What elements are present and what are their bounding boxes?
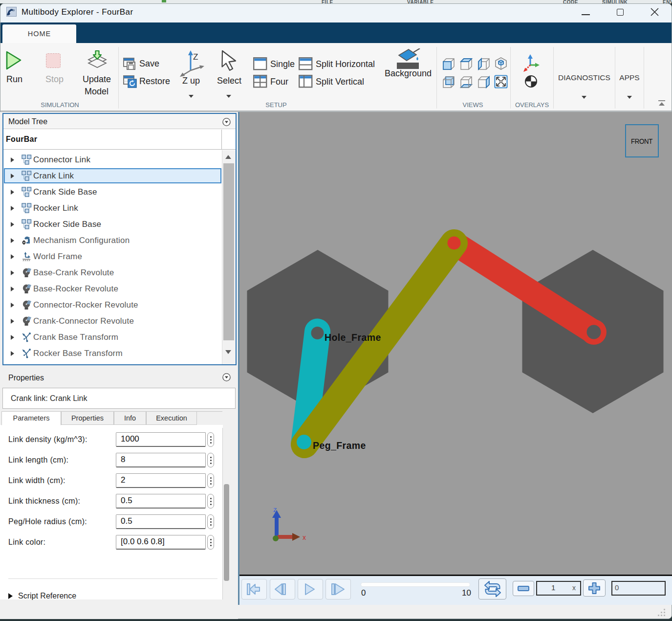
svg-text:Peg_Frame: Peg_Frame (313, 440, 366, 451)
svg-text:z: z (273, 505, 277, 513)
svg-text:Hole_Frame: Hole_Frame (325, 332, 381, 343)
svg-text:Z: Z (193, 52, 198, 62)
svg-text:x: x (303, 533, 306, 541)
